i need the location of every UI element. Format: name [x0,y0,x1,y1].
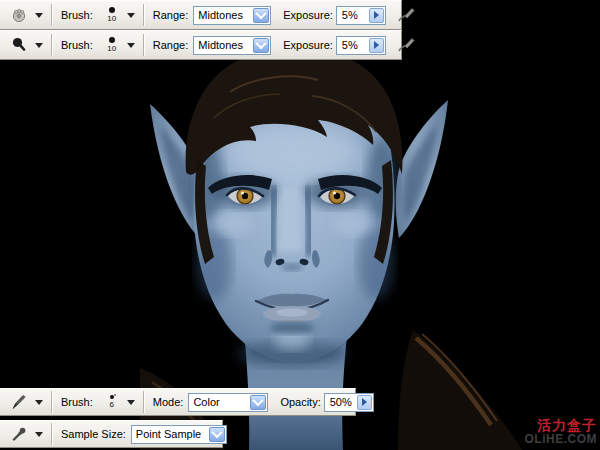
avatar-face-image [0,0,600,450]
toolbar-separator [51,34,53,56]
options-bar-dodge: Brush: 10 Range: Midtones Exposure: 5% [0,30,402,60]
mode-label: Mode: [153,396,184,408]
airbrush-toggle-icon[interactable] [396,35,418,55]
brush-preset-picker[interactable]: 10 [102,7,122,23]
exposure-value: 5% [337,37,368,54]
chevron-down-icon [256,38,267,49]
range-selected-value: Midtones [194,7,252,24]
range-selected-value: Midtones [194,37,252,54]
brush-tip-preview [109,37,115,43]
toolbar-separator [143,4,145,26]
opacity-field[interactable]: 50% [324,393,374,412]
sample-size-dropdown-button[interactable] [209,427,225,442]
toolbar-separator [51,391,53,413]
options-bar-eyedropper: Sample Size: Point Sample [0,420,223,448]
exposure-field[interactable]: 5% [336,6,386,25]
brush-label: Brush: [61,39,93,51]
sample-size-label: Sample Size: [61,428,126,440]
range-select[interactable]: Midtones [193,6,271,25]
range-select[interactable]: Midtones [193,36,271,55]
tool-preset-arrow[interactable] [35,43,43,48]
exposure-label: Exposure: [283,9,333,21]
opacity-label: Opacity: [280,396,320,408]
range-label: Range: [153,9,188,21]
brush-preset-picker[interactable]: 10 [102,37,122,53]
brush-tool-icon[interactable] [8,392,30,412]
brush-size-value: 6 [110,401,114,409]
sample-size-selected-value: Point Sample [132,426,208,443]
exposure-slider-button[interactable] [369,8,384,23]
range-label: Range: [153,39,188,51]
brush-picker-arrow[interactable] [127,400,135,405]
brush-label: Brush: [61,9,93,21]
exposure-label: Exposure: [283,39,333,51]
range-dropdown-button[interactable] [253,38,269,53]
brush-picker-arrow[interactable] [127,13,135,18]
mode-select[interactable]: Color [188,393,268,412]
brush-size-value: 10 [107,45,116,53]
watermark-brand-text: 活力盒子 [525,417,598,433]
toolbar-separator [143,391,145,413]
dodge-tool-icon[interactable] [8,35,30,55]
document-canvas[interactable] [0,0,600,450]
opacity-slider-button[interactable] [357,395,372,410]
airbrush-toggle-icon[interactable] [396,5,418,25]
chevron-down-icon [253,395,264,406]
sample-size-select[interactable]: Point Sample [131,425,227,444]
tool-preset-arrow[interactable] [35,13,43,18]
toolbar-separator [143,34,145,56]
chevron-down-icon [211,427,222,438]
burn-tool-icon[interactable] [8,5,30,25]
brush-picker-arrow[interactable] [127,43,135,48]
watermark-site-text: OLiHE.COM [525,433,598,447]
brush-label: Brush: [61,396,93,408]
exposure-value: 5% [337,7,368,24]
options-bar-burn: Brush: 10 Range: Midtones Exposure: 5% [0,0,402,30]
chevron-down-icon [256,8,267,19]
mode-dropdown-button[interactable] [250,395,266,410]
range-dropdown-button[interactable] [253,8,269,23]
watermark: 活力盒子 OLiHE.COM [525,417,598,447]
brush-preset-picker[interactable]: 6 [102,395,122,409]
options-bar-brush: Brush: 6 Mode: Color Opacity: 50% [0,388,356,416]
mode-selected-value: Color [189,394,249,411]
arrow-right-icon [374,11,379,19]
toolbar-separator [51,4,53,26]
toolbar-separator [51,423,53,445]
brush-size-value: 10 [107,15,116,23]
exposure-field[interactable]: 5% [336,36,386,55]
brush-tip-preview [109,7,115,13]
photoshop-workspace: Brush: 10 Range: Midtones Exposure: 5% [0,0,600,450]
brush-tip-preview [110,395,114,399]
arrow-right-icon [362,398,367,406]
eyedropper-tool-icon[interactable] [8,424,30,444]
opacity-value: 50% [325,394,356,411]
exposure-slider-button[interactable] [369,38,384,53]
arrow-right-icon [374,41,379,49]
tool-preset-arrow[interactable] [35,400,43,405]
tool-preset-arrow[interactable] [35,432,43,437]
